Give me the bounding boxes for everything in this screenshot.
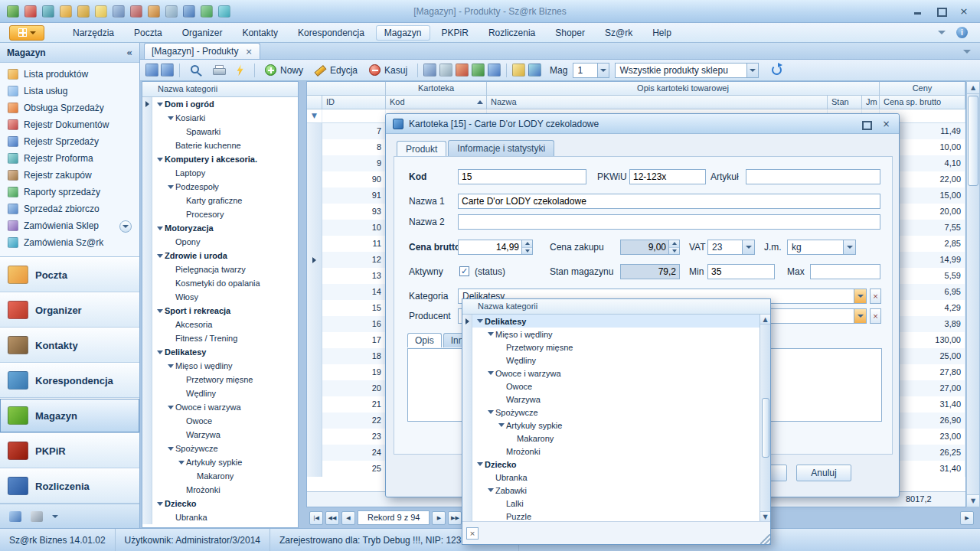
column-header-cena[interactable]: Cena sp. brutto: [880, 96, 965, 109]
category-tree-item[interactable]: Karty graficzne: [142, 194, 298, 207]
expand-icon[interactable]: [165, 185, 175, 189]
cena-brutto-field[interactable]: [458, 240, 533, 255]
column-header-id[interactable]: ID: [322, 96, 386, 109]
sidebar-item[interactable]: Sprzedaż zbiorczo: [0, 201, 139, 217]
dropdown-header[interactable]: Nazwa kategorii: [462, 299, 770, 315]
category-tree-item[interactable]: Laptopy: [142, 166, 298, 180]
category-tree-item[interactable]: Wędliny: [142, 386, 298, 400]
category-tree-item[interactable]: Zdrowie i uroda: [142, 249, 298, 262]
dropdown-tree-item[interactable]: Zabawki: [462, 484, 760, 497]
category-tree-item[interactable]: Fitness / Trening: [142, 331, 298, 345]
archive-icon[interactable]: [77, 5, 90, 18]
chevron-down-icon[interactable]: [938, 31, 946, 34]
sidebar-item[interactable]: Zamówienia Sklep: [0, 217, 139, 234]
dropdown-button[interactable]: [746, 64, 758, 77]
pkwiu-field[interactable]: [629, 169, 706, 184]
warehouse-select[interactable]: 1: [573, 63, 609, 78]
menu-tab[interactable]: Magazyn: [376, 25, 430, 41]
expand-icon[interactable]: [496, 423, 506, 427]
dropdown-button[interactable]: [597, 64, 609, 77]
tasks-icon[interactable]: [201, 5, 213, 18]
navpane-overflow-button[interactable]: [119, 220, 132, 233]
expand-icon[interactable]: [155, 227, 165, 230]
column-header-kod[interactable]: Kod: [386, 96, 487, 109]
dropdown-scrollbar[interactable]: ▲ ▼: [760, 315, 770, 521]
spin-up-icon[interactable]: [522, 240, 532, 248]
shop-filter-select[interactable]: Wszystkie produkty sklepu: [615, 63, 759, 78]
artykul-field[interactable]: [746, 169, 880, 184]
category-tree-item[interactable]: Mięso i wędliny: [142, 359, 298, 373]
dialog-title-bar[interactable]: Kartoteka [15] - Carte D'or LODY czekola…: [386, 114, 899, 134]
expand-icon[interactable]: [165, 406, 175, 409]
expand-all-icon[interactable]: [145, 64, 158, 77]
dialog-tab[interactable]: Produkt: [397, 141, 446, 157]
sidebar-item[interactable]: Zamówienia Sz@rk: [0, 234, 139, 251]
expand-icon[interactable]: [155, 103, 165, 106]
category-tree-item[interactable]: Ubranka: [142, 510, 298, 524]
expand-icon[interactable]: [155, 254, 165, 258]
shop-icon[interactable]: [528, 64, 541, 77]
check-icon[interactable]: [183, 5, 195, 18]
category-tree-item[interactable]: Delikatesy: [142, 345, 298, 359]
category-tree-header[interactable]: Nazwa kategorii: [142, 82, 298, 97]
dropdown-button[interactable]: [854, 289, 866, 303]
jm-select[interactable]: kg: [787, 240, 856, 255]
category-tree-item[interactable]: Dziecko: [142, 497, 298, 510]
dropdown-tree-item[interactable]: Lalki: [462, 497, 760, 510]
category-tree-item[interactable]: Pielęgnacja twarzy: [142, 262, 298, 276]
category-tree-item[interactable]: Spożywcze: [142, 442, 298, 455]
description-tab[interactable]: Opis: [407, 333, 442, 347]
close-button[interactable]: ×: [959, 6, 969, 16]
prev-page-button[interactable]: ◀◀: [325, 511, 339, 525]
dropdown-tree-item[interactable]: Ubranka: [462, 471, 760, 484]
scrollbar-thumb[interactable]: [762, 398, 769, 458]
search-button[interactable]: [185, 63, 206, 77]
expand-icon[interactable]: [165, 447, 175, 451]
menu-tab[interactable]: Korespondencja: [289, 25, 373, 41]
dropdown-tree-item[interactable]: Puzzle: [462, 510, 760, 521]
category-tree-item[interactable]: Motoryzacja: [142, 221, 298, 235]
edit-icon[interactable]: [95, 5, 107, 18]
dialog-maximize-button[interactable]: [860, 119, 871, 129]
category-tree-item[interactable]: Dom i ogród: [142, 97, 298, 111]
module-button[interactable]: Korespondencja: [0, 363, 139, 398]
collapse-pane-button[interactable]: «: [126, 47, 132, 58]
category-tree-item[interactable]: Włosy: [142, 290, 298, 304]
dropdown-tree-item[interactable]: Delikatesy: [462, 315, 760, 328]
chevron-down-icon[interactable]: [963, 50, 971, 54]
menu-tab[interactable]: Help: [644, 25, 680, 41]
menu-tab[interactable]: Organizer: [174, 25, 231, 41]
category-tree-item[interactable]: Podzespoły: [142, 180, 298, 194]
dropdown-tree-item[interactable]: Makarony: [462, 432, 760, 445]
nazwa2-field[interactable]: [458, 214, 880, 230]
spin-down-icon[interactable]: [522, 248, 532, 255]
open-icon[interactable]: [24, 5, 37, 18]
minimize-button[interactable]: [913, 6, 923, 16]
expand-icon[interactable]: [475, 319, 485, 323]
min-field[interactable]: [707, 264, 775, 279]
application-menu-button[interactable]: [9, 25, 44, 41]
filter-icon[interactable]: ▼: [312, 112, 317, 119]
dialog-tab[interactable]: Informacje i statystyki: [448, 140, 554, 156]
expand-icon[interactable]: [485, 410, 495, 414]
close-tab-icon[interactable]: ×: [245, 47, 252, 57]
clear-kategoria-button[interactable]: ×: [870, 289, 881, 304]
delete-button[interactable]: Kasuj: [364, 63, 412, 77]
dropdown-tree-item[interactable]: Mrożonki: [462, 445, 760, 458]
menu-tab[interactable]: Rozliczenia: [480, 25, 544, 41]
export-excel-icon[interactable]: [472, 64, 485, 77]
dropdown-tree-item[interactable]: Owoce: [462, 380, 760, 393]
resize-grip[interactable]: [760, 534, 770, 544]
print-button[interactable]: [208, 64, 229, 77]
expand-icon[interactable]: [485, 488, 495, 492]
menu-tab[interactable]: Kontakty: [234, 25, 286, 41]
mail-icon[interactable]: [60, 5, 72, 18]
dropdown-tree-item[interactable]: Wędliny: [462, 354, 760, 367]
expand-icon[interactable]: [155, 309, 165, 313]
sidebar-item[interactable]: Rejestr Proforma: [0, 150, 139, 167]
dropdown-button[interactable]: [854, 309, 866, 323]
aktywny-checkbox[interactable]: ✓: [459, 266, 469, 276]
menu-tab[interactable]: Shoper: [547, 25, 593, 41]
category-tree-item[interactable]: Artykuły sypkie: [142, 455, 298, 469]
prev-record-button[interactable]: ◀: [341, 511, 355, 525]
